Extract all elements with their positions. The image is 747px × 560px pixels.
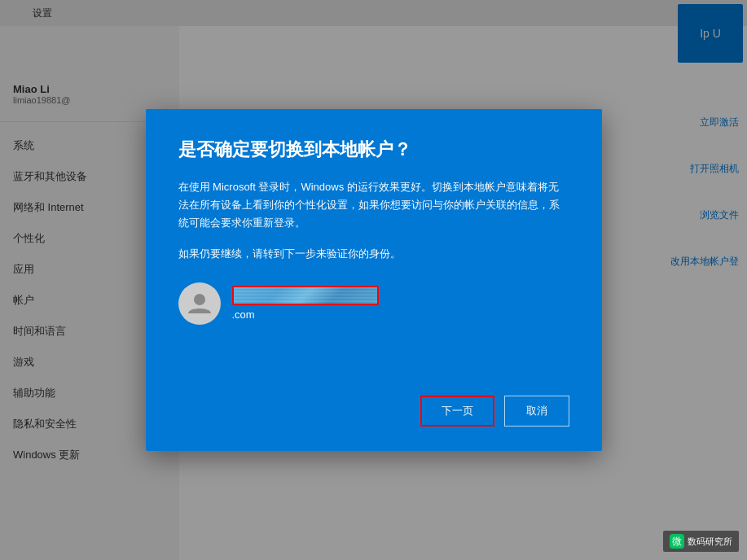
switch-account-modal: 是否确定要切换到本地帐户？ 在使用 Microsoft 登录时，Windows … bbox=[146, 109, 602, 451]
svg-point-0 bbox=[194, 294, 205, 305]
modal-description: 在使用 Microsoft 登录时，Windows 的运行效果更好。切换到本地帐… bbox=[178, 178, 569, 232]
avatar bbox=[178, 282, 221, 325]
modal-footer: 下一页 取消 bbox=[178, 396, 569, 427]
modal-sub-description: 如果仍要继续，请转到下一步来验证你的身份。 bbox=[178, 245, 569, 263]
user-info-row: .com bbox=[178, 282, 569, 325]
next-button[interactable]: 下一页 bbox=[420, 396, 494, 427]
modal-title: 是否确定要切换到本地帐户？ bbox=[178, 138, 569, 162]
person-icon bbox=[187, 291, 213, 317]
email-info: .com bbox=[232, 286, 379, 321]
wechat-icon: 微 bbox=[670, 534, 684, 549]
watermark: 微 数码研究所 bbox=[663, 531, 739, 552]
modal-overlay: 是否确定要切换到本地帐户？ 在使用 Microsoft 登录时，Windows … bbox=[0, 0, 747, 560]
email-suffix: .com bbox=[232, 308, 379, 321]
email-blurred bbox=[232, 286, 379, 305]
cancel-button[interactable]: 取消 bbox=[504, 396, 569, 427]
watermark-text: 数码研究所 bbox=[688, 536, 732, 548]
